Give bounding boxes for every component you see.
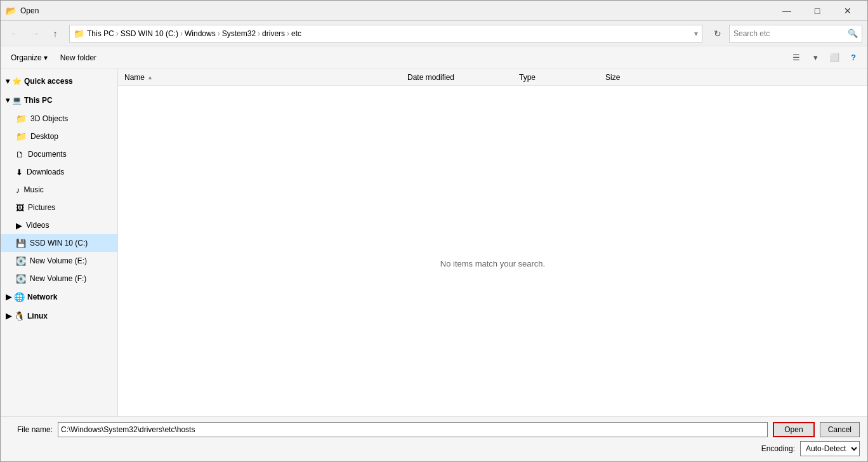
sidebar-label-volume-f: New Volume (F:) bbox=[30, 274, 86, 283]
col-date-header[interactable]: Date modified bbox=[404, 73, 511, 82]
this-pc-icon: 💻 bbox=[12, 96, 22, 105]
sidebar-item-pictures[interactable]: 🖼 Pictures bbox=[1, 199, 117, 216]
this-pc-arrow: ▾ bbox=[6, 96, 10, 105]
crumb-this-pc[interactable]: This PC bbox=[87, 29, 114, 38]
maximize-button[interactable]: □ bbox=[803, 3, 832, 18]
sidebar-label-music: Music bbox=[24, 185, 44, 194]
folder-videos-icon: ▶ bbox=[16, 221, 22, 230]
main-content: ▾ ⭐ Quick access ▾ 💻 This PC 📁 3D Object… bbox=[1, 69, 867, 416]
view-icons: ☰ ▾ ⬜ ? bbox=[787, 50, 862, 66]
new-folder-label: New folder bbox=[60, 53, 96, 62]
network-arrow: ▶ bbox=[6, 293, 11, 301]
linux-label: Linux bbox=[27, 312, 48, 320]
address-dropdown-icon[interactable]: ▾ bbox=[694, 29, 698, 38]
view-dropdown-button[interactable]: ▾ bbox=[806, 50, 824, 66]
encoding-label: Encoding: bbox=[761, 444, 795, 453]
organize-button[interactable]: Organize ▾ bbox=[6, 50, 53, 66]
navigation-toolbar: ← → ↑ 📁 This PC › SSD WIN 10 (C:) › Wind… bbox=[1, 21, 867, 46]
sidebar-label-ssd: SSD WIN 10 (C:) bbox=[30, 239, 88, 248]
column-header: Name ▲ Date modified Type Size bbox=[118, 69, 867, 86]
open-button[interactable]: Open bbox=[773, 422, 814, 437]
title-bar: 📂 Open — □ ✕ bbox=[1, 1, 867, 21]
up-button[interactable]: ↑ bbox=[46, 25, 64, 43]
search-input[interactable] bbox=[733, 29, 848, 38]
sidebar-item-volume-e[interactable]: 💽 New Volume (E:) bbox=[1, 252, 117, 270]
col-size-header[interactable]: Size bbox=[602, 73, 671, 82]
sidebar-label-downloads: Downloads bbox=[27, 168, 64, 176]
quick-access-arrow: ▾ bbox=[6, 77, 10, 86]
folder-pictures-icon: 🖼 bbox=[16, 203, 24, 213]
refresh-button[interactable]: ↻ bbox=[709, 25, 727, 43]
col-name-header[interactable]: Name ▲ bbox=[121, 73, 400, 82]
quick-access-label: Quick access bbox=[24, 77, 73, 86]
cancel-button[interactable]: Cancel bbox=[820, 422, 860, 437]
crumb-system32[interactable]: System32 bbox=[222, 29, 256, 38]
no-results-message: No items match your search. bbox=[440, 259, 545, 268]
this-pc-label: This PC bbox=[24, 96, 53, 105]
action-bar: Organize ▾ New folder ☰ ▾ ⬜ ? bbox=[1, 46, 867, 69]
sidebar-label-videos: Videos bbox=[26, 221, 49, 230]
preview-pane-button[interactable]: ⬜ bbox=[825, 50, 843, 66]
organize-arrow: ▾ bbox=[44, 53, 48, 62]
sidebar-item-ssd[interactable]: 💾 SSD WIN 10 (C:) bbox=[1, 234, 117, 252]
file-name-label: File name: bbox=[8, 425, 53, 434]
drive-ssd-icon: 💾 bbox=[16, 239, 26, 248]
encoding-row: Encoding: Auto-Detect UTF-8 UTF-16 ANSI bbox=[8, 441, 860, 456]
organize-label: Organize bbox=[11, 53, 42, 62]
forward-button[interactable]: → bbox=[26, 25, 44, 43]
search-box: 🔍 bbox=[729, 25, 862, 43]
sidebar-item-3d-objects[interactable]: 📁 3D Objects bbox=[1, 110, 117, 128]
crumb-windows[interactable]: Windows bbox=[185, 29, 216, 38]
back-button[interactable]: ← bbox=[6, 25, 23, 43]
bottom-bar: File name: Open Cancel Encoding: Auto-De… bbox=[1, 416, 867, 461]
encoding-select[interactable]: Auto-Detect UTF-8 UTF-16 ANSI bbox=[800, 441, 860, 456]
breadcrumb: This PC › SSD WIN 10 (C:) › Windows › Sy… bbox=[87, 29, 694, 38]
sidebar-label-documents: Documents bbox=[28, 150, 67, 159]
sidebar-item-downloads[interactable]: ⬇ Downloads bbox=[1, 163, 117, 181]
dialog-title: Open bbox=[20, 6, 772, 15]
quick-access-icon: ⭐ bbox=[12, 77, 22, 86]
network-label: Network bbox=[27, 293, 57, 301]
file-name-row: File name: Open Cancel bbox=[8, 422, 860, 437]
linux-icon: 🐧 bbox=[14, 311, 25, 321]
sidebar-label-desktop: Desktop bbox=[30, 132, 58, 141]
sidebar: ▾ ⭐ Quick access ▾ 💻 This PC 📁 3D Object… bbox=[1, 69, 118, 416]
sidebar-item-music[interactable]: ♪ Music bbox=[1, 181, 117, 199]
folder-music-icon: ♪ bbox=[16, 185, 20, 195]
sidebar-label-volume-e: New Volume (E:) bbox=[30, 256, 87, 265]
minimize-button[interactable]: — bbox=[772, 3, 801, 18]
dialog-icon: 📂 bbox=[6, 6, 16, 16]
name-sort-arrow: ▲ bbox=[147, 74, 153, 81]
file-name-input[interactable] bbox=[58, 422, 768, 437]
sidebar-item-documents[interactable]: 🗋 Documents bbox=[1, 145, 117, 163]
folder-desktop-icon: 📁 bbox=[16, 131, 27, 142]
network-icon: 🌐 bbox=[14, 292, 25, 302]
sidebar-quick-access[interactable]: ▾ ⭐ Quick access bbox=[1, 72, 117, 91]
drive-e-icon: 💽 bbox=[16, 256, 26, 266]
file-area: Name ▲ Date modified Type Size No items bbox=[118, 69, 867, 416]
help-button[interactable]: ? bbox=[845, 50, 862, 66]
crumb-etc[interactable]: etc bbox=[291, 29, 301, 38]
new-folder-button[interactable]: New folder bbox=[55, 50, 102, 66]
file-list: No items match your search. bbox=[118, 86, 867, 416]
folder-downloads-icon: ⬇ bbox=[16, 168, 23, 177]
sidebar-linux[interactable]: ▶ 🐧 Linux bbox=[1, 307, 117, 326]
folder-documents-icon: 🗋 bbox=[16, 150, 24, 159]
sidebar-item-desktop[interactable]: 📁 Desktop bbox=[1, 128, 117, 145]
drive-f-icon: 💽 bbox=[16, 274, 26, 284]
crumb-drivers[interactable]: drivers bbox=[262, 29, 285, 38]
view-details-button[interactable]: ☰ bbox=[787, 50, 805, 66]
crumb-ssd[interactable]: SSD WIN 10 (C:) bbox=[121, 29, 178, 38]
close-button[interactable]: ✕ bbox=[833, 3, 862, 18]
address-folder-icon: 📁 bbox=[74, 29, 84, 39]
sidebar-item-volume-f[interactable]: 💽 New Volume (F:) bbox=[1, 270, 117, 287]
col-type-header[interactable]: Type bbox=[515, 73, 598, 82]
folder-3d-icon: 📁 bbox=[16, 114, 27, 124]
sidebar-label-3d: 3D Objects bbox=[30, 114, 68, 123]
sidebar-item-videos[interactable]: ▶ Videos bbox=[1, 216, 117, 234]
sidebar-this-pc[interactable]: ▾ 💻 This PC bbox=[1, 91, 117, 110]
title-bar-controls: — □ ✕ bbox=[772, 3, 862, 18]
address-bar[interactable]: 📁 This PC › SSD WIN 10 (C:) › Windows › … bbox=[69, 25, 702, 43]
search-submit-button[interactable]: 🔍 bbox=[848, 29, 858, 38]
sidebar-network[interactable]: ▶ 🌐 Network bbox=[1, 287, 117, 307]
